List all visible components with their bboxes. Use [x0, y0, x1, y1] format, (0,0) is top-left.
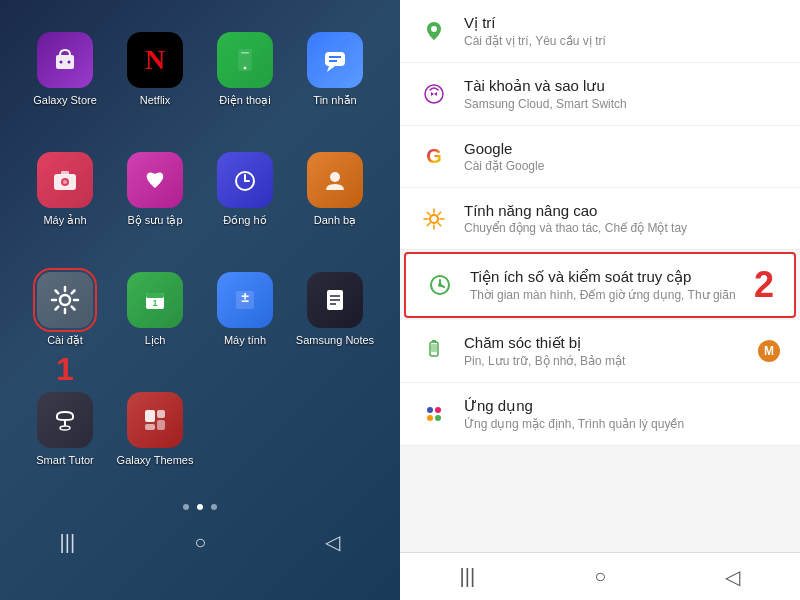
- tinhnangnaocao-icon: [420, 205, 448, 233]
- lich-icon: 1: [127, 272, 183, 328]
- caidat-label: Cài đặt: [47, 334, 83, 347]
- svg-point-17: [60, 295, 70, 305]
- maytinh-icon: ±: [217, 272, 273, 328]
- caidat-icon: [37, 272, 93, 328]
- app-item-maytinh[interactable]: ±Máy tính: [200, 250, 290, 370]
- google-title: Google: [464, 140, 780, 157]
- app-item-danhba[interactable]: Danh bạ: [290, 130, 380, 250]
- vitri-icon: [420, 17, 448, 45]
- svg-point-33: [431, 26, 437, 32]
- app-item-tinhan[interactable]: Tin nhắn: [290, 10, 380, 130]
- ungdung-text: Ứng dụngỨng dụng mặc định, Trình quản lý…: [464, 397, 780, 431]
- galaxy-store-label: Galaxy Store: [33, 94, 97, 107]
- danhba-label: Danh bạ: [314, 214, 356, 227]
- samsungnotes-label: Samsung Notes: [296, 334, 374, 347]
- app-item-dongho[interactable]: Đồng hồ: [200, 130, 290, 250]
- google-subtitle: Cài đặt Google: [464, 159, 780, 173]
- taikhoansaoluu-text: Tài khoản và sao lưuSamsung Cloud, Smart…: [464, 77, 780, 111]
- svg-rect-0: [56, 55, 74, 69]
- settings-item-tienichdokiem[interactable]: Tiện ích số và kiểm soát truy cậpThời gi…: [404, 252, 796, 318]
- tinhan-label: Tin nhắn: [313, 94, 356, 107]
- mayanh-label: Máy ảnh: [43, 214, 86, 227]
- netflix-icon: N: [127, 32, 183, 88]
- home-screen: Galaxy StoreNNetflixĐiện thoạiTin nhắnMá…: [0, 0, 400, 600]
- galaxythemes-label: Galaxy Themes: [117, 454, 194, 467]
- svg-point-11: [63, 180, 67, 184]
- recent-button[interactable]: |||: [60, 531, 76, 554]
- svg-point-43: [427, 415, 433, 421]
- netflix-label: Netflix: [140, 94, 171, 107]
- svg-point-1: [60, 61, 63, 64]
- svg-point-28: [60, 426, 70, 430]
- settings-list: Vị tríCài đặt vị trí, Yêu cầu vị tríTài …: [400, 0, 800, 552]
- tienichdokiem-text: Tiện ích số và kiểm soát truy cậpThời gi…: [470, 268, 774, 302]
- samsungnotes-icon: [307, 272, 363, 328]
- back-button[interactable]: ◁: [325, 530, 340, 554]
- lich-label: Lịch: [145, 334, 166, 347]
- tinhan-icon: [307, 32, 363, 88]
- app-item-netflix[interactable]: NNetflix: [110, 10, 200, 130]
- svg-point-16: [330, 172, 340, 182]
- settings-item-tinhnangnaocao[interactable]: Tính năng nâng caoChuyển động và thao tá…: [400, 188, 800, 250]
- chamsocthietbi-text: Chăm sóc thiết bịPin, Lưu trữ, Bộ nhớ, B…: [464, 334, 742, 368]
- app-item-lich[interactable]: 1Lịch: [110, 250, 200, 370]
- svg-text:±: ±: [241, 289, 249, 305]
- app-item-galaxythemes[interactable]: Galaxy Themes: [110, 370, 200, 490]
- svg-rect-30: [157, 410, 165, 418]
- dot-2: [197, 504, 203, 510]
- update-badge: M: [758, 340, 780, 362]
- svg-rect-29: [145, 410, 155, 422]
- svg-text:1: 1: [152, 298, 157, 308]
- smarttutor-icon: [37, 392, 93, 448]
- tinhnangnaocao-title: Tính năng nâng cao: [464, 202, 780, 219]
- app-item-samsungnotes[interactable]: Samsung Notes: [290, 250, 380, 370]
- app-item-smarttutor[interactable]: Smart Tutor: [20, 370, 110, 490]
- svg-rect-32: [145, 424, 155, 430]
- settings-item-google[interactable]: GGoogleCài đặt Google: [400, 126, 800, 188]
- svg-point-3: [244, 67, 247, 70]
- svg-point-41: [427, 407, 433, 413]
- tinhnangnaocao-subtitle: Chuyển động và thao tác, Chế độ Một tay: [464, 221, 780, 235]
- step-number-1: 1: [56, 351, 74, 388]
- app-item-galaxy-store[interactable]: Galaxy Store: [20, 10, 110, 130]
- settings-item-chamsocthietbi[interactable]: Chăm sóc thiết bịPin, Lưu trữ, Bộ nhớ, B…: [400, 320, 800, 383]
- svg-rect-39: [432, 340, 436, 343]
- svg-rect-4: [241, 52, 249, 54]
- ungdung-title: Ứng dụng: [464, 397, 780, 415]
- settings-item-taikhoansaoluu[interactable]: Tài khoản và sao lưuSamsung Cloud, Smart…: [400, 63, 800, 126]
- svg-point-2: [68, 61, 71, 64]
- settings-item-ungdung[interactable]: Ứng dụngỨng dụng mặc định, Trình quản lý…: [400, 383, 800, 446]
- taikhoansaoluu-icon: [420, 80, 448, 108]
- svg-marker-6: [327, 66, 335, 72]
- nav-bar-right: ||| ○ ◁: [400, 552, 800, 600]
- svg-point-37: [438, 283, 442, 287]
- app-item-dienthoai[interactable]: Điện thoại: [200, 10, 290, 130]
- taikhoansaoluu-subtitle: Samsung Cloud, Smart Switch: [464, 97, 780, 111]
- svg-rect-31: [157, 420, 165, 430]
- app-item-mayanh[interactable]: Máy ảnh: [20, 130, 110, 250]
- ungdung-subtitle: Ứng dụng mặc định, Trình quản lý quyền: [464, 417, 780, 431]
- chamsocthietbi-subtitle: Pin, Lưu trữ, Bộ nhớ, Bảo mật: [464, 354, 742, 368]
- svg-point-35: [430, 215, 438, 223]
- back-icon[interactable]: ◁: [725, 565, 740, 589]
- vitri-text: Vị tríCài đặt vị trí, Yêu cầu vị trí: [464, 14, 780, 48]
- tienichdokiem-subtitle: Thời gian màn hình, Đếm giờ ứng dụng, Th…: [470, 288, 774, 302]
- svg-rect-12: [61, 171, 69, 175]
- tinhnangnaocao-text: Tính năng nâng caoChuyển động và thao tá…: [464, 202, 780, 235]
- app-item-bosuutap[interactable]: Bộ sưu tập: [110, 130, 200, 250]
- chamsocthietbi-icon: [420, 337, 448, 365]
- svg-rect-5: [325, 52, 345, 66]
- home-button[interactable]: ○: [194, 531, 206, 554]
- galaxythemes-icon: [127, 392, 183, 448]
- page-dots: [0, 504, 400, 510]
- recent-icon[interactable]: |||: [460, 565, 476, 588]
- vitri-subtitle: Cài đặt vị trí, Yêu cầu vị trí: [464, 34, 780, 48]
- settings-item-vitri[interactable]: Vị tríCài đặt vị trí, Yêu cầu vị trí: [400, 0, 800, 63]
- tienichdokiem-title: Tiện ích số và kiểm soát truy cập: [470, 268, 774, 286]
- google-text: GoogleCài đặt Google: [464, 140, 780, 173]
- dongho-label: Đồng hồ: [223, 214, 266, 227]
- home-icon[interactable]: ○: [594, 565, 606, 588]
- galaxy-store-icon: [37, 32, 93, 88]
- app-item-caidat[interactable]: Cài đặt1: [20, 250, 110, 370]
- nav-bar-left: ||| ○ ◁: [0, 518, 400, 566]
